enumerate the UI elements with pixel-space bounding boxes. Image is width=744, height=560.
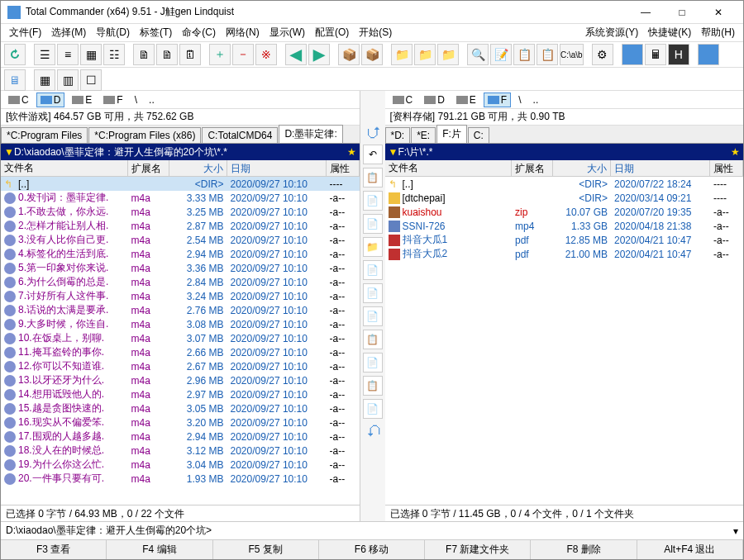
drive-button-\[interactable]: \: [514, 93, 525, 107]
file-row[interactable]: 15.越是贪图快速的.m4a3.05 MB2020/09/27 10:10-a-…: [1, 401, 360, 415]
drive-button-D[interactable]: D: [420, 93, 449, 107]
menu-item[interactable]: 导航(D): [91, 26, 135, 40]
ftp-list-icon[interactable]: 📁: [437, 44, 459, 65]
menu-item[interactable]: 快捷键(K): [643, 26, 696, 40]
calc-icon[interactable]: 🖩: [645, 44, 666, 65]
mid-button-1[interactable]: 📋: [363, 168, 383, 187]
path-display[interactable]: C:\a\b: [560, 44, 584, 65]
menu-item[interactable]: 文件(F): [4, 26, 46, 40]
mid-button-4[interactable]: 📁: [363, 237, 383, 257]
view-tree-icon[interactable]: ☰: [34, 44, 55, 65]
file-row[interactable]: [dtchepai]<DIR>2020/03/14 09:21----: [385, 191, 744, 205]
right-column-header[interactable]: 文件名 扩展名 大小 日期 属性: [385, 160, 744, 177]
copy-names-icon[interactable]: 📋: [537, 44, 558, 65]
menu-item[interactable]: 显示(W): [265, 26, 310, 40]
mid-button-6[interactable]: 📄: [363, 283, 383, 303]
menu-item[interactable]: 开始(S): [354, 26, 397, 40]
tool2-icon[interactable]: H: [668, 44, 689, 65]
tab[interactable]: F:片: [436, 125, 467, 143]
tab[interactable]: C:TotalCMD64: [202, 127, 278, 143]
layout2-icon[interactable]: ▥: [57, 69, 79, 91]
file-row[interactable]: 3.没有人比你自己更.m4a2.54 MB2020/09/27 10:10-a-…: [1, 233, 360, 247]
drive-button-\[interactable]: \: [131, 93, 141, 107]
search-icon[interactable]: 🔍: [467, 44, 489, 65]
file-row[interactable]: ↰[..]<DIR>2020/07/22 18:24----: [385, 177, 744, 191]
mid-button-7[interactable]: 📄: [363, 306, 383, 326]
col-name[interactable]: 文件名: [385, 160, 513, 176]
mid-button-0[interactable]: ↶: [363, 145, 383, 164]
col-size[interactable]: 大小: [553, 160, 611, 176]
col-attr[interactable]: 属性: [327, 160, 360, 176]
favorite-icon[interactable]: ★: [347, 146, 356, 158]
drive-button-D[interactable]: D: [36, 93, 65, 107]
file-row[interactable]: kuaishouzip10.07 GB2020/07/20 19:35-a--: [385, 205, 744, 219]
right-file-list[interactable]: ↰[..]<DIR>2020/07/22 18:24----[dtchepai]…: [385, 177, 744, 505]
menu-item[interactable]: 标签(T): [135, 26, 177, 40]
minimize-button[interactable]: —: [627, 2, 664, 23]
drive-button-E[interactable]: E: [68, 93, 96, 107]
fkey-button[interactable]: F8 删除: [531, 540, 637, 559]
fkey-button[interactable]: F6 移动: [319, 540, 425, 559]
file-row[interactable]: 14.想用诋毁他人的.m4a2.97 MB2020/09/27 10:10-a-…: [1, 387, 360, 401]
close-button[interactable]: ✕: [700, 2, 737, 23]
tab[interactable]: C:Program Files: [1, 127, 88, 143]
tab[interactable]: D:: [385, 127, 411, 143]
file-row[interactable]: 13.以牙还牙为什么.m4a2.96 MB2020/09/27 10:10-a-…: [1, 373, 360, 387]
col-name[interactable]: 文件名: [1, 160, 128, 176]
file-row[interactable]: 19.为什么你这么忙.m4a3.04 MB2020/09/27 10:10-a-…: [1, 458, 360, 472]
right-path-bar[interactable]: ▼ F:\片\*.* ★: [385, 144, 744, 160]
tab[interactable]: C:Program Files (x86): [88, 127, 201, 143]
dropdown-icon[interactable]: ▾: [733, 525, 738, 537]
fkey-button[interactable]: F3 查看: [1, 540, 107, 559]
left-path-bar[interactable]: ▼ D:\xiaodao\墨菲定律：避开人生倒霉的20个坑\*.* ★: [1, 144, 360, 160]
file-row[interactable]: 抖音大瓜1pdf12.85 MB2020/04/21 10:47-a--: [385, 233, 744, 247]
drive-button-[interactable]: [162, 98, 170, 102]
layout1-icon[interactable]: ▦: [34, 69, 55, 91]
file-row[interactable]: SSNI-726mp41.33 GB2020/04/18 21:38-a--: [385, 219, 744, 233]
file-row[interactable]: 12.你可以不知道谁.m4a2.67 MB2020/09/27 10:10-a-…: [1, 359, 360, 373]
sort-date-icon[interactable]: 🗓: [179, 44, 201, 65]
swap-up-icon[interactable]: ⮍: [365, 124, 380, 141]
fkey-button[interactable]: F7 新建文件夹: [425, 540, 531, 559]
pack-icon[interactable]: 📦: [338, 44, 360, 65]
tab[interactable]: E:: [411, 127, 436, 143]
view-thumb-icon[interactable]: ▦: [80, 44, 102, 65]
file-row[interactable]: 4.标签化的生活到底.m4a2.94 MB2020/09/27 10:10-a-…: [1, 247, 360, 261]
view-details-icon[interactable]: ≡: [57, 44, 79, 65]
file-row[interactable]: 7.讨好所有人这件事.m4a3.24 MB2020/09/27 10:10-a-…: [1, 289, 360, 303]
menu-item[interactable]: 配置(O): [310, 26, 354, 40]
file-row[interactable]: 20.一件事只要有可.m4a1.93 MB2020/09/27 10:10-a-…: [1, 472, 360, 486]
drive-button-C[interactable]: C: [4, 93, 33, 107]
fkey-button[interactable]: F4 编辑: [107, 540, 212, 559]
menu-item[interactable]: 帮助(H): [696, 26, 740, 40]
select-plus-icon[interactable]: ＋: [209, 44, 231, 65]
mid-button-9[interactable]: 📄: [363, 353, 383, 373]
file-row[interactable]: ↰[..]<DIR>2020/09/27 10:10----: [1, 177, 360, 191]
file-row[interactable]: 2.怎样才能让别人相.m4a2.87 MB2020/09/27 10:10-a-…: [1, 219, 360, 233]
tab[interactable]: C:: [468, 127, 489, 143]
sync-icon[interactable]: 📋: [513, 44, 535, 65]
computer-icon[interactable]: 🖥: [4, 69, 26, 91]
unpack-icon[interactable]: 📦: [361, 44, 383, 65]
maximize-button[interactable]: □: [664, 2, 700, 23]
drive-button-E[interactable]: E: [452, 93, 480, 107]
file-row[interactable]: 0.发刊词：墨菲定律.m4a3.33 MB2020/09/27 10:10-a-…: [1, 191, 360, 205]
sort-name-icon[interactable]: 🗎: [133, 44, 155, 65]
drive-button-F[interactable]: F: [484, 93, 511, 107]
drive-button-..[interactable]: ..: [529, 93, 543, 107]
col-ext[interactable]: 扩展名: [512, 160, 553, 176]
left-file-list[interactable]: ↰[..]<DIR>2020/09/27 10:10----0.发刊词：墨菲定律…: [1, 177, 360, 505]
swap-down-icon[interactable]: ⮏: [365, 422, 380, 439]
file-row[interactable]: 8.话说的太满是要承.m4a2.76 MB2020/09/27 10:10-a-…: [1, 303, 360, 317]
view-brief-icon[interactable]: ☷: [103, 44, 125, 65]
file-row[interactable]: 1.不敢去做，你永远.m4a3.25 MB2020/09/27 10:10-a-…: [1, 205, 360, 219]
menu-item[interactable]: 网络(N): [221, 26, 265, 40]
forward-icon[interactable]: ▶: [308, 44, 330, 65]
drive-button-..[interactable]: ..: [145, 93, 159, 107]
layout3-icon[interactable]: ☐: [80, 69, 102, 91]
file-row[interactable]: 16.现实从不偏爱笨.m4a3.20 MB2020/09/27 10:10-a-…: [1, 415, 360, 429]
menu-item[interactable]: 系统资源(Y): [580, 26, 643, 40]
fkey-button[interactable]: Alt+F4 退出: [637, 540, 743, 559]
mid-button-2[interactable]: 📄: [363, 191, 383, 211]
mid-button-8[interactable]: 📋: [363, 330, 383, 349]
